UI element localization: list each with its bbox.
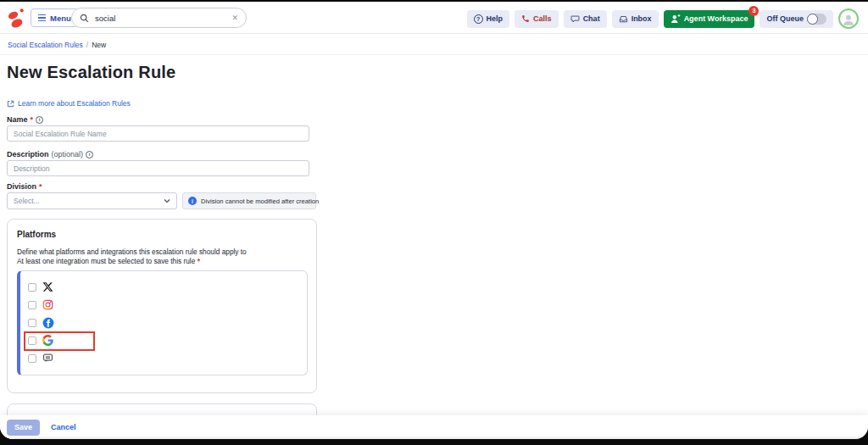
help-icon: ? [474,14,483,24]
search-bar[interactable]: ✕ [71,8,247,28]
calls-label: Calls [533,14,552,23]
inbox-button[interactable]: Inbox [612,10,659,28]
agent-workspace-label: Agent Workspace [684,14,748,23]
instagram-icon [42,299,53,310]
platform-web-messaging-checkbox[interactable] [28,354,36,363]
cancel-button[interactable]: Cancel [51,423,76,431]
facebook-icon [42,317,54,329]
page-title: New Escalation Rule [7,63,175,82]
breadcrumb-separator: / [86,41,88,49]
info-icon: i [36,116,43,124]
x-twitter-icon [42,281,53,292]
menu-button-label: Menu [50,14,71,23]
web-messaging-icon [42,353,53,364]
header-actions: ? Help Calls [467,8,859,29]
platform-list [17,270,308,375]
breadcrumb: Social Escalation Rules / New [0,35,868,55]
screen: Menu ✕ ? Help [0,0,868,445]
breadcrumb-current: New [92,41,106,49]
platform-x-twitter-checkbox[interactable] [28,283,36,292]
division-label: Division* [7,182,42,191]
platform-facebook-checkbox[interactable] [28,319,36,327]
phone-icon [521,14,530,23]
platforms-card: Platforms Define what platforms and inte… [7,219,317,393]
platform-instagram-checkbox[interactable] [28,301,36,309]
platforms-title: Platforms [17,230,56,239]
help-button[interactable]: ? Help [467,10,510,28]
division-select[interactable]: Select... [7,192,177,209]
browser-page: Menu ✕ ? Help [0,2,868,439]
learn-more-link[interactable]: Learn more about Escalation Rules [7,99,131,108]
genesys-logo-icon [6,7,28,29]
info-filled-icon: i [188,197,197,205]
name-input[interactable] [7,125,309,142]
description-input[interactable] [7,160,309,176]
platform-row-x-twitter [28,278,307,296]
off-queue-label: Off Queue [766,14,804,23]
chat-label: Chat [583,14,600,23]
user-avatar[interactable] [838,8,859,29]
division-select-value: Select... [14,197,40,205]
platforms-description-1: Define what platforms and integrations t… [17,248,247,256]
chat-button[interactable]: Chat [564,10,607,28]
division-note: i Division cannot be modified after crea… [182,192,316,209]
description-label: Description(optional) i [7,150,93,159]
inbox-icon [619,14,628,24]
learn-more-label: Learn more about Escalation Rules [18,99,131,108]
save-button[interactable]: Save [7,420,40,436]
agent-person-icon [670,14,681,24]
chevron-down-icon [164,197,170,204]
top-bar: Menu ✕ ? Help [0,2,868,34]
help-label: Help [487,14,504,23]
name-label: Name* i [7,115,43,124]
external-link-icon [7,100,14,108]
off-queue-control[interactable]: Off Queue [760,10,833,28]
notification-badge: 3 [748,6,759,16]
platform-row-web-messaging [28,349,307,367]
annotation-highlight-google [24,331,95,351]
queue-toggle[interactable] [807,14,826,25]
toggle-knob [807,14,818,25]
platforms-description-2: At least one integration must be selecte… [17,257,200,265]
search-input[interactable] [95,14,225,23]
inbox-label: Inbox [632,14,652,23]
calls-button[interactable]: Calls [515,10,559,28]
division-note-text: Division cannot be modified after creati… [201,197,319,205]
hamburger-icon [38,14,46,21]
agent-workspace-button[interactable]: Agent Workspace 3 [664,10,755,28]
platform-row-facebook [28,314,307,331]
platform-row-instagram [28,296,307,314]
info-icon: i [86,151,93,159]
chat-bubble-icon [570,14,580,24]
form-footer: Save Cancel [0,415,868,439]
search-icon [80,14,89,23]
clear-search-icon[interactable]: ✕ [231,14,238,22]
breadcrumb-parent-link[interactable]: Social Escalation Rules [8,41,83,49]
